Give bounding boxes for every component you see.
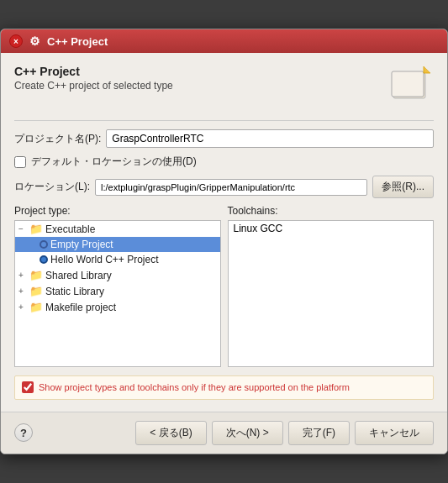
help-button[interactable]: ? xyxy=(14,423,33,442)
header-text: C++ Project Create C++ project of select… xyxy=(14,65,173,92)
back-button[interactable]: < 戻る(B) xyxy=(135,421,206,445)
expand-makefile-icon: + xyxy=(18,302,27,312)
dialog-content: C++ Project Create C++ project of select… xyxy=(1,53,447,411)
cpp-icon: ⚙ xyxy=(29,34,40,48)
project-name-input[interactable] xyxy=(106,129,434,148)
folder-static-icon: 📁 xyxy=(29,285,43,297)
toolchains-label: Toolchains: xyxy=(228,205,435,217)
titlebar: × ⚙ C++ Project xyxy=(1,29,447,53)
expand-executable-icon: − xyxy=(18,224,27,234)
tree-label-makefile: Makefile project xyxy=(45,302,116,313)
next-button[interactable]: 次へ(N) > xyxy=(212,421,283,445)
platform-checkbox-label: Show project types and toolchains only i… xyxy=(39,381,350,393)
project-type-label: Project type: xyxy=(14,205,221,217)
default-location-checkbox[interactable] xyxy=(14,156,26,168)
browse-button[interactable]: 参照(R)... xyxy=(372,176,434,198)
tree-label-hello-world: Hello World C++ Project xyxy=(50,254,159,265)
close-icon: × xyxy=(13,37,18,46)
header-section: C++ Project Create C++ project of select… xyxy=(14,65,434,108)
cancel-button[interactable]: キャンセル xyxy=(355,421,434,445)
dot-empty-icon xyxy=(40,240,48,249)
tree-label-static-library: Static Library xyxy=(45,286,104,297)
platform-checkbox-row: Show project types and toolchains only i… xyxy=(14,375,434,399)
panels-row: Project type: − 📁 Executable Empty Proje… xyxy=(14,205,434,367)
toolchains-list[interactable]: Linux GCC xyxy=(228,220,435,367)
default-location-label: デフォルト・ロケーションの使用(D) xyxy=(31,155,197,169)
tree-item-makefile[interactable]: + 📁 Makefile project xyxy=(15,299,220,315)
folder-executable-icon: 📁 xyxy=(29,223,43,235)
bottom-bar: ? < 戻る(B) 次へ(N) > 完了(F) キャンセル xyxy=(1,412,447,454)
platform-checkbox[interactable] xyxy=(22,381,34,393)
tree-item-hello-world[interactable]: Hello World C++ Project xyxy=(15,252,220,267)
dialog-title: C++ Project xyxy=(14,65,173,78)
folder-shared-icon: 📁 xyxy=(29,269,43,281)
tree-item-empty-project[interactable]: Empty Project xyxy=(15,237,220,252)
bottom-left: ? xyxy=(14,423,33,442)
header-divider xyxy=(14,120,434,121)
project-type-tree[interactable]: − 📁 Executable Empty Project He xyxy=(14,220,221,367)
expand-shared-icon: + xyxy=(18,270,27,280)
project-icon xyxy=(390,65,434,108)
default-location-row: デフォルト・ロケーションの使用(D) xyxy=(14,155,434,169)
project-type-panel: Project type: − 📁 Executable Empty Proje… xyxy=(14,205,221,367)
location-label: ロケーション(L): xyxy=(14,180,90,194)
bottom-buttons: < 戻る(B) 次へ(N) > 完了(F) キャンセル xyxy=(135,421,434,445)
toolchain-label-linux-gcc: Linux GCC xyxy=(234,223,283,234)
tree-item-static-library[interactable]: + 📁 Static Library xyxy=(15,283,220,299)
toolchain-item-linux-gcc[interactable]: Linux GCC xyxy=(229,221,434,236)
dot-hello-icon xyxy=(40,255,48,264)
tree-item-shared-library[interactable]: + 📁 Shared Library xyxy=(15,267,220,283)
window-title: C++ Project xyxy=(47,35,108,48)
expand-static-icon: + xyxy=(18,286,27,296)
project-name-row: プロジェクト名(P): xyxy=(14,129,434,148)
toolchains-panel: Toolchains: Linux GCC xyxy=(228,205,435,367)
tree-label-shared-library: Shared Library xyxy=(45,270,112,281)
svg-rect-1 xyxy=(392,71,424,97)
finish-button[interactable]: 完了(F) xyxy=(288,421,350,445)
tree-label-empty-project: Empty Project xyxy=(50,239,113,250)
svg-marker-2 xyxy=(424,66,430,73)
close-button[interactable]: × xyxy=(9,34,23,48)
tree-label-executable: Executable xyxy=(45,223,95,235)
tree-item-executable[interactable]: − 📁 Executable xyxy=(15,221,220,237)
project-name-label: プロジェクト名(P): xyxy=(14,132,101,146)
main-window: × ⚙ C++ Project C++ Project Create C++ p… xyxy=(0,29,448,454)
location-input[interactable] xyxy=(95,179,367,196)
folder-makefile-icon: 📁 xyxy=(29,301,43,313)
dialog-subtitle: Create C++ project of selected type xyxy=(14,80,173,92)
location-row: ロケーション(L): 参照(R)... xyxy=(14,176,434,198)
